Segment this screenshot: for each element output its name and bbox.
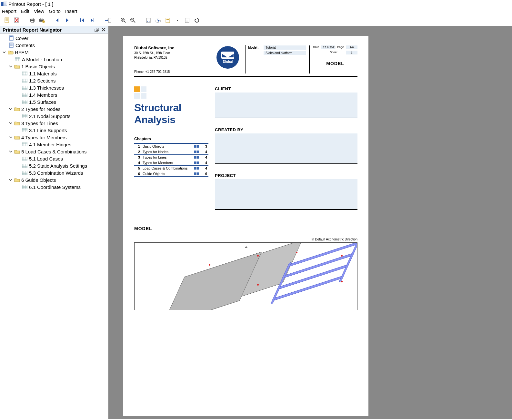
report-title-2: Analysis <box>134 114 208 126</box>
chapter-row[interactable]: 1Basic Objects3 <box>134 143 208 149</box>
created-by-box <box>215 133 357 164</box>
sheet-value: 1 <box>346 51 357 54</box>
svg-rect-36 <box>22 142 27 146</box>
print-settings-icon[interactable] <box>38 16 46 24</box>
chapter-number: 4 <box>134 160 141 165</box>
menu-report[interactable]: Report <box>2 8 16 14</box>
save-report-icon[interactable] <box>3 16 11 24</box>
svg-rect-52 <box>197 172 199 175</box>
report-page: Dlubal Software, Inc. 30 S. 15th St., 15… <box>123 36 368 416</box>
tree-lc-cases[interactable]: 5.1 Load Cases <box>0 155 108 162</box>
menu-view[interactable]: View <box>34 8 44 14</box>
chevron-down-icon[interactable] <box>8 107 13 111</box>
last-page-icon[interactable] <box>88 16 96 24</box>
folder-icon <box>14 149 20 154</box>
prev-icon[interactable] <box>54 16 61 24</box>
grid-icon <box>22 92 28 97</box>
next-icon[interactable] <box>63 16 71 24</box>
chapter-row[interactable]: 5Load Cases & Combinations4 <box>134 165 208 171</box>
zoom-out-icon[interactable] <box>129 16 137 24</box>
tree-thicknesses[interactable]: 1.3 Thicknesses <box>0 84 108 91</box>
svg-rect-35 <box>22 128 27 132</box>
tree-nodal-supports[interactable]: 2.1 Nodal Supports <box>0 112 108 120</box>
fit-page-icon[interactable] <box>145 16 152 24</box>
chapter-name: Basic Objects <box>141 143 193 149</box>
print-icon[interactable] <box>28 16 36 24</box>
tree-lc-static[interactable]: 5.2 Static Analysis Settings <box>0 162 108 169</box>
svg-rect-51 <box>194 172 196 175</box>
header-model-label: MODEL <box>313 61 357 66</box>
menu-goto[interactable]: Go to <box>49 8 61 14</box>
created-by-heading: CREATED BY <box>215 127 357 132</box>
chevron-down-icon[interactable] <box>2 50 6 54</box>
grid-icon <box>22 85 28 90</box>
zoom-in-icon[interactable] <box>119 16 127 24</box>
tree-contents[interactable]: Contents <box>0 42 108 49</box>
first-page-icon[interactable] <box>79 16 86 24</box>
menu-edit[interactable]: Edit <box>21 8 29 14</box>
delete-report-icon[interactable] <box>13 16 21 24</box>
undock-icon[interactable] <box>95 28 99 32</box>
model-value: Tutorial <box>264 45 306 50</box>
chapter-row[interactable]: 2Types for Nodes4 <box>134 149 208 154</box>
model-section-heading: MODEL <box>134 226 357 231</box>
chevron-down-icon[interactable] <box>8 178 13 182</box>
tree-coord-systems[interactable]: 6.1 Coordinate Systems <box>0 183 108 190</box>
navigator-title: Printout Report Navigator <box>3 27 62 33</box>
tree-rfem[interactable]: RFEM <box>0 49 108 56</box>
model-desc: Slabs and platform <box>264 51 306 55</box>
tree-member-hinges[interactable]: 4.1 Member Hinges <box>0 141 108 148</box>
chapter-row[interactable]: 6Guide Objects6 <box>134 171 208 176</box>
tree-load-cases[interactable]: 5 Load Cases & Combinations <box>0 148 108 155</box>
svg-rect-31 <box>22 86 27 90</box>
tree-types-members[interactable]: 4 Types for Members <box>0 134 108 141</box>
svg-rect-14 <box>94 18 94 22</box>
chapter-number: 1 <box>134 143 141 149</box>
project-heading: PROJECT <box>215 173 357 178</box>
company-name: Dlubal Software, Inc. <box>134 45 213 50</box>
tree-types-lines[interactable]: 3 Types for Lines <box>0 120 108 127</box>
navigator-tree: Cover Contents RFEM A Model - Location 1… <box>0 34 108 191</box>
tree-label: Contents <box>15 43 35 48</box>
goto-page-icon[interactable] <box>104 16 112 24</box>
preview-area[interactable]: Dlubal Software, Inc. 30 S. 15th St., 15… <box>108 26 512 419</box>
chevron-down-icon[interactable] <box>8 149 13 154</box>
close-panel-icon[interactable] <box>102 28 105 32</box>
refresh-icon[interactable] <box>193 16 201 24</box>
chevron-down-icon[interactable] <box>8 135 13 140</box>
tree-basic-objects[interactable]: 1 Basic Objects <box>0 63 108 70</box>
tree-lc-wizards[interactable]: 5.3 Combination Wizards <box>0 169 108 176</box>
chapter-row[interactable]: 4Types for Members4 <box>134 160 208 165</box>
menubar: Report Edit View Go to Insert <box>0 8 512 15</box>
svg-rect-49 <box>194 167 196 170</box>
tree-sections[interactable]: 1.2 Sections <box>0 77 108 84</box>
tree-model-location[interactable]: A Model - Location <box>0 56 108 63</box>
tree-types-nodes[interactable]: 2 Types for Nodes <box>0 105 108 112</box>
chevron-down-icon[interactable] <box>8 64 13 69</box>
chapters-table: 1Basic Objects32Types for Nodes43Types f… <box>134 143 208 177</box>
chapters-heading: Chapters <box>134 137 208 141</box>
chevron-down-icon[interactable] <box>8 121 13 125</box>
date-label: Date <box>313 45 319 49</box>
grid-icon <box>22 128 28 133</box>
tree-members[interactable]: 1.4 Members <box>0 91 108 98</box>
menu-insert[interactable]: Insert <box>65 8 77 14</box>
grid-icon <box>22 184 28 190</box>
chapter-row[interactable]: 3Types for Lines4 <box>134 154 208 160</box>
grid-icon <box>22 113 28 119</box>
tree-materials[interactable]: 1.1 Materials <box>0 70 108 77</box>
tree-line-supports[interactable]: 3.1 Line Supports <box>0 127 108 134</box>
selection-icon[interactable] <box>154 16 162 24</box>
tree-cover[interactable]: Cover <box>0 34 108 42</box>
svg-rect-33 <box>22 100 27 104</box>
folder-icon <box>14 135 20 140</box>
tree-guide-objects[interactable]: 6 Guide Objects <box>0 176 108 183</box>
client-heading: CLIENT <box>215 86 357 91</box>
dropdown-arrow-icon[interactable] <box>174 16 181 24</box>
list-icon[interactable] <box>183 16 191 24</box>
tree-label: 1.5 Surfaces <box>29 99 56 105</box>
svg-rect-28 <box>15 57 20 61</box>
tree-surfaces[interactable]: 1.5 Surfaces <box>0 98 108 105</box>
layout-icon[interactable] <box>164 16 172 24</box>
tree-label: 3.1 Line Supports <box>29 128 67 133</box>
